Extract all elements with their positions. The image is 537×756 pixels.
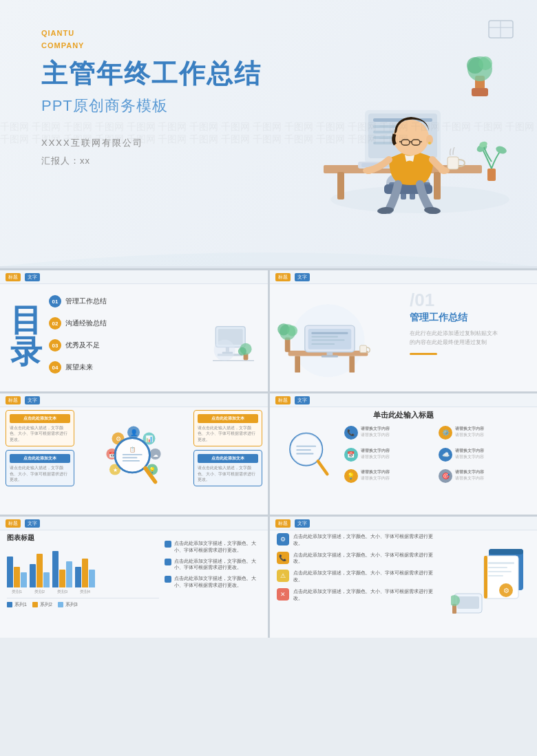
toc-num-01: 01: [49, 295, 61, 307]
icon-4-text: 请替换文字内容 请替换文字内容: [455, 448, 484, 460]
svg-rect-66: [327, 352, 333, 356]
svg-rect-67: [322, 356, 338, 358]
icon-item-5: 💡 请替换文字内容 请替换文字内容: [344, 469, 436, 488]
hero-title: 主管年终工作总结: [41, 58, 262, 90]
svg-text:📊: 📊: [145, 435, 154, 443]
toc-num-04: 04: [49, 361, 61, 374]
bar-label-2: 类别2: [34, 589, 45, 595]
bar-2-s2: [36, 554, 43, 587]
svg-rect-64: [311, 339, 344, 341]
icons-layout: 📞 请替换文字内容 请替换文字内容 ⚙️ 请替换文字内容 请替换文字内容: [277, 426, 531, 488]
toc-illustration: [209, 287, 257, 385]
bar-2-s3: [43, 572, 50, 587]
card-4-text: 请点击此处输入描述，文字颜色、大小、字体可根据需求进行更改。: [198, 465, 258, 482]
textlist-content: ⚙ 点击此处添加文字描述，文字颜色、大小、字体可根据需求进行更改。 📞 点击此处…: [270, 517, 538, 638]
toc-label-bar: 标题 文字: [0, 270, 268, 284]
section1-text: /01 管理工作总结 在此行在此处添加通过复制粘贴文本的内容在此处最终使用通过复…: [410, 291, 530, 355]
textlist-item-4: ✕ 点击此处添加文字描述，文字颜色、大小、字体可根据需求进行更改。: [277, 588, 443, 602]
svg-rect-59: [349, 356, 355, 373]
slide-chart: 标题 文字 图表标题 类别1: [0, 517, 268, 638]
textlist-text-1: 点击此处添加文字描述，文字颜色、大小、字体可根据需求进行更改。: [293, 533, 443, 547]
bar-group-3: 类别3: [52, 551, 72, 595]
icons-title: 单击此处输入标题: [277, 410, 531, 420]
icon-6-circle: 🎯: [439, 469, 452, 483]
svg-rect-62: [311, 332, 348, 334]
bar-label-4: 类别4: [80, 589, 90, 595]
icon-3-desc: 请替换文字内容: [361, 454, 390, 460]
icon-item-4: ☁️ 请替换文字内容 请替换文字内容: [439, 448, 530, 466]
infographic-label-标题: 标题: [6, 396, 21, 404]
textlist-illustration: ⚙: [448, 533, 530, 634]
svg-text:⚙: ⚙: [503, 587, 509, 594]
section1-label-bar: 标题 文字: [270, 270, 538, 284]
infographic-label-bar: 标题 文字: [0, 393, 268, 407]
bar-4-s1: [75, 567, 81, 587]
slide-infographic: 标题 文字 点击此处添加文本 请点击此处输入描述，文字颜色、大小、字体可根据需求…: [0, 393, 268, 515]
toc-items: 01 管理工作总结 02 沟通经验总结 03 优秀及不足 04 展望未来: [49, 287, 202, 385]
section1-label-标题: 标题: [275, 273, 291, 281]
svg-rect-24: [448, 157, 459, 169]
bar-group-1-bars: [7, 557, 27, 587]
svg-rect-65: [311, 343, 335, 345]
card-3-text: 请点击此处输入描述，文字颜色、大小、字体可根据需求进行更改。: [198, 425, 258, 442]
toc-text-4: 展望未来: [65, 363, 93, 372]
icon-5-label: 请替换文字内容: [361, 469, 390, 475]
svg-point-55: [213, 340, 235, 361]
toc-label-标题: 标题: [6, 273, 21, 281]
svg-rect-94: [123, 460, 140, 462]
infographic-label-文字: 文字: [25, 396, 40, 404]
card-4-title: 点击此处添加文本: [198, 454, 258, 463]
svg-text:👤: 👤: [130, 429, 138, 437]
check-2-box: [165, 559, 171, 565]
chart-content: 图表标题 类别1: [0, 517, 268, 638]
svg-rect-93: [123, 457, 138, 459]
check-item-3: 点击此处添加文字描述，文字颜色、大小、字体可根据需求进行更改。: [165, 575, 261, 589]
toc-char2: 录: [10, 336, 42, 367]
svg-text:⚙: ⚙: [116, 435, 121, 442]
slide-section1: 标题 文字: [270, 270, 538, 391]
toc-num-03: 03: [49, 339, 61, 352]
svg-rect-99: [296, 453, 313, 455]
icon-5-text: 请替换文字内容 请替换文字内容: [361, 469, 390, 481]
textlist-items: ⚙ 点击此处添加文字描述，文字颜色、大小、字体可根据需求进行更改。 📞 点击此处…: [277, 533, 443, 634]
textlist-label-文字: 文字: [295, 519, 310, 528]
svg-rect-68: [360, 345, 367, 353]
icon-2-label: 请替换文字内容: [455, 426, 484, 432]
textlist-item-3: ⚠ 点击此处添加文字描述，文字颜色、大小、字体可根据需求进行更改。: [277, 570, 443, 583]
textlist-item-2: 📞 点击此处添加文字描述，文字颜色、大小、字体可根据需求进行更改。: [277, 552, 443, 565]
hero-company: XXXX互联网有限公司: [41, 137, 262, 149]
icon-1-label: 请替换文字内容: [361, 426, 390, 432]
svg-rect-58: [295, 356, 300, 373]
svg-point-31: [363, 167, 374, 174]
textlist-text-2: 点击此处添加文字描述，文字颜色、大小、字体可根据需求进行更改。: [293, 552, 443, 565]
svg-rect-5: [472, 88, 488, 96]
icon-item-2: ⚙️ 请替换文字内容 请替换文字内容: [439, 426, 530, 444]
textlist-icon-4: ✕: [277, 588, 289, 601]
bar-group-4: 类别4: [75, 559, 95, 595]
chart-title: 图表标题: [7, 533, 159, 543]
chart-label-标题: 标题: [6, 519, 21, 528]
bar-label-3: 类别3: [57, 589, 67, 595]
section-accent-line: [410, 353, 437, 355]
bar-label-1: 类别1: [12, 589, 22, 595]
textlist-label-标题: 标题: [275, 519, 291, 528]
bar-4-s2: [82, 559, 88, 587]
bar-group-2: 类别2: [30, 554, 50, 595]
section-number: /01: [410, 291, 530, 309]
icon-4-desc: 请替换文字内容: [455, 454, 484, 460]
card-3: 点击此处添加文本 请点击此处输入描述，文字颜色、大小、字体可根据需求进行更改。: [193, 410, 262, 446]
slide-icons: 标题 文字 单击此处输入标题: [270, 393, 538, 515]
icon-4-label: 请替换文字内容: [455, 448, 484, 454]
check-1-box: [165, 541, 171, 548]
brand-label: QIANTU COMPANY: [41, 28, 262, 52]
icon-3-circle: 📅: [344, 448, 358, 462]
icon-1-circle: 📞: [344, 426, 358, 440]
svg-text:📋: 📋: [129, 446, 136, 453]
svg-point-72: [287, 325, 297, 336]
chart-right: 点击此处添加文字描述，文字颜色、大小、字体可根据需求进行更改。 点击此处添加文字…: [165, 533, 261, 634]
infographic-right: 点击此处添加文本 请点击此处输入描述，文字颜色、大小、字体可根据需求进行更改。 …: [193, 410, 262, 510]
bar-1-s2: [14, 567, 20, 587]
svg-rect-12: [434, 172, 441, 199]
icon-4-circle: ☁️: [439, 448, 452, 462]
bar-group-3-bars: [52, 551, 72, 587]
